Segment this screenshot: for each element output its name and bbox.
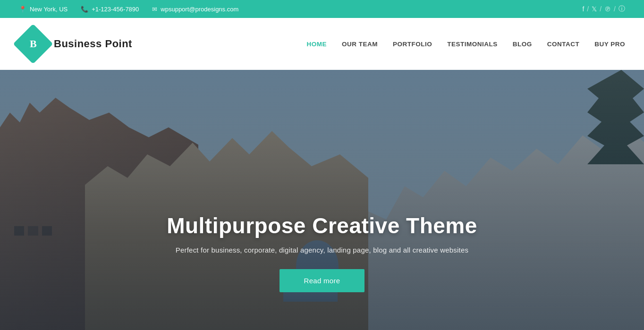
header: B Business Point HOME OUR TEAM PORTFOLIO… xyxy=(0,18,644,70)
pinterest-icon[interactable]: ℗ xyxy=(604,5,611,13)
nav-blog[interactable]: BLOG xyxy=(513,41,532,48)
slash-divider: / xyxy=(587,5,589,13)
top-bar: 📍 New York, US 📞 +1-123-456-7890 ✉ wpsup… xyxy=(0,0,644,18)
hero-subtitle: Perfect for business, corporate, digital… xyxy=(167,246,477,254)
phone-icon: 📞 xyxy=(81,6,88,13)
nav-buy-pro[interactable]: BUY PRO xyxy=(594,41,625,48)
hero-content: Multipurpose Creative Theme Perfect for … xyxy=(167,213,477,330)
read-more-button[interactable]: Read more xyxy=(280,269,365,292)
email-text: wpsupport@prodesigns.com xyxy=(161,6,238,13)
social-links: f / 𝕏 / ℗ / ⓘ xyxy=(582,5,625,13)
email-icon: ✉ xyxy=(152,6,157,13)
hero-section: Multipurpose Creative Theme Perfect for … xyxy=(0,70,644,330)
logo-letter: B xyxy=(30,38,37,50)
nav-our-team[interactable]: OUR TEAM xyxy=(342,41,378,48)
logo-area: B Business Point xyxy=(19,30,132,58)
slash-divider: / xyxy=(614,5,616,13)
phone-item: 📞 +1-123-456-7890 xyxy=(81,6,139,13)
hero-title: Multipurpose Creative Theme xyxy=(167,213,477,238)
facebook-icon[interactable]: f xyxy=(582,5,584,13)
nav-testimonials[interactable]: TESTIMONIALS xyxy=(447,41,498,48)
location-item: 📍 New York, US xyxy=(19,6,68,13)
location-icon: 📍 xyxy=(19,6,26,13)
location-text: New York, US xyxy=(30,6,68,13)
nav-home[interactable]: HOME xyxy=(306,41,327,48)
instagram-icon[interactable]: ⓘ xyxy=(619,5,625,13)
twitter-icon[interactable]: 𝕏 xyxy=(592,5,597,13)
email-item: ✉ wpsupport@prodesigns.com xyxy=(152,6,238,13)
main-nav: HOME OUR TEAM PORTFOLIO TESTIMONIALS BLO… xyxy=(306,41,625,48)
top-bar-left: 📍 New York, US 📞 +1-123-456-7890 ✉ wpsup… xyxy=(19,6,238,13)
phone-text: +1-123-456-7890 xyxy=(92,6,139,13)
nav-contact[interactable]: CONTACT xyxy=(547,41,580,48)
nav-portfolio[interactable]: PORTFOLIO xyxy=(393,41,432,48)
logo-diamond: B xyxy=(13,24,53,64)
brand-name: Business Point xyxy=(54,38,132,50)
slash-divider: / xyxy=(600,5,602,13)
